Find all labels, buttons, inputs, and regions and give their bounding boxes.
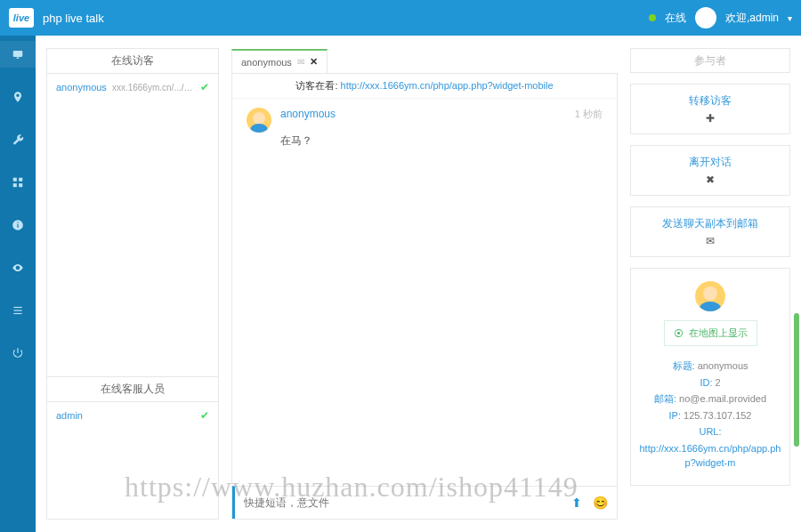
- info-url-link[interactable]: http://xxx.1666ym.cn/php/app.php?widget-…: [640, 443, 781, 469]
- status-text[interactable]: 在线: [665, 11, 686, 26]
- left-column: 在线访客 anonymous xxx.1666ym.cn/.../app... …: [46, 48, 219, 520]
- upload-icon[interactable]: ⬆: [571, 496, 582, 510]
- send-transcript-label: 发送聊天副本到邮箱: [638, 216, 782, 231]
- center-column: anonymous ✉ ✕ 访客在看: http://xxx.1666ym.cn…: [231, 48, 618, 520]
- topbar-right: 在线 欢迎,admin ▾: [649, 7, 792, 28]
- pin-icon: ⦿: [674, 328, 684, 339]
- logo: live: [9, 8, 34, 28]
- status-dot-icon: [649, 14, 656, 21]
- scrollbar[interactable]: [794, 313, 799, 447]
- info-id-val: 2: [716, 377, 721, 388]
- transfer-visitor-button[interactable]: 转移访客 ✚: [630, 84, 790, 134]
- info-url-key: URL:: [699, 426, 721, 437]
- chevron-down-icon[interactable]: ▾: [788, 13, 792, 23]
- visitor-viewing-label: 访客在看:: [295, 80, 337, 91]
- avatar-icon: [247, 108, 271, 133]
- svg-rect-1: [13, 178, 17, 181]
- transfer-label: 转移访客: [638, 93, 782, 109]
- svg-rect-8: [13, 307, 21, 308]
- agent-name: admin: [56, 410, 83, 421]
- main-area: 在线访客 anonymous xxx.1666ym.cn/.../app... …: [36, 36, 801, 532]
- nav-wrench-icon[interactable]: [0, 126, 36, 153]
- chat-header: 访客在看: http://xxx.1666ym.cn/php/app.php?w…: [232, 74, 617, 99]
- nav-eye-icon[interactable]: [0, 254, 36, 281]
- online-agents-header: 在线客服人员: [47, 377, 218, 402]
- online-visitors-header: 在线访客: [47, 49, 218, 74]
- visitor-url: xxx.1666ym.cn/.../app...: [112, 83, 195, 93]
- info-ip-val: 125.73.107.152: [684, 410, 751, 421]
- nav-grid-icon[interactable]: [0, 169, 36, 196]
- visitor-info-card: ⦿ 在地图上显示 标题: anonymous ID: 2 邮箱: no@e.ma…: [630, 268, 790, 486]
- envelope-icon: ✉: [638, 235, 782, 247]
- leave-conversation-button[interactable]: 离开对话 ✖: [630, 145, 790, 196]
- visitor-avatar-icon: [695, 281, 725, 311]
- user-avatar-icon[interactable]: [695, 7, 716, 28]
- nav-location-icon[interactable]: [0, 84, 36, 110]
- map-btn-label: 在地图上显示: [689, 326, 748, 340]
- sidebar: [0, 36, 36, 532]
- message-time: 1 秒前: [575, 108, 603, 121]
- close-icon[interactable]: ✕: [310, 56, 318, 68]
- check-icon: ✔: [200, 81, 209, 93]
- nav-chat-icon[interactable]: [0, 41, 36, 68]
- chat-tab-label: anonymous: [241, 57, 292, 68]
- chat-box: 访客在看: http://xxx.1666ym.cn/php/app.php?w…: [231, 73, 618, 520]
- participants-header: 参与者: [630, 48, 790, 73]
- visitor-name: anonymous: [56, 82, 107, 93]
- show-on-map-button[interactable]: ⦿ 在地图上显示: [664, 320, 757, 346]
- agent-row[interactable]: admin ✔: [47, 402, 218, 429]
- svg-rect-10: [13, 313, 21, 314]
- message-text: 在马？: [280, 133, 603, 149]
- info-title-val: anonymous: [698, 360, 748, 371]
- app-title: php live talk: [43, 12, 104, 25]
- svg-rect-7: [17, 222, 18, 223]
- info-id-key: ID:: [700, 377, 712, 388]
- message-sender: anonymous: [280, 108, 336, 121]
- welcome-text: 欢迎,admin: [725, 11, 779, 26]
- chat-tabs: anonymous ✉ ✕: [231, 48, 618, 73]
- check-icon: ✔: [200, 409, 209, 422]
- message-row: anonymous 1 秒前 在马？: [247, 108, 603, 149]
- info-title-key: 标题:: [673, 360, 695, 371]
- message-input[interactable]: [244, 496, 571, 509]
- chat-tab[interactable]: anonymous ✉ ✕: [231, 49, 328, 73]
- envelope-icon: ✉: [297, 57, 304, 67]
- topbar: live php live talk 在线 欢迎,admin ▾: [0, 0, 801, 36]
- plus-icon: ✚: [638, 112, 782, 125]
- svg-rect-6: [17, 224, 18, 228]
- svg-rect-2: [19, 178, 22, 181]
- svg-rect-4: [19, 183, 22, 187]
- emoji-icon[interactable]: 😊: [593, 496, 608, 510]
- visitor-row[interactable]: anonymous xxx.1666ym.cn/.../app... ✔: [47, 74, 218, 101]
- info-email-key: 邮箱:: [654, 393, 676, 404]
- online-visitors-panel: 在线访客 anonymous xxx.1666ym.cn/.../app... …: [47, 49, 218, 376]
- leave-label: 离开对话: [638, 155, 782, 170]
- svg-rect-0: [13, 51, 23, 57]
- right-column: 参与者 转移访客 ✚ 离开对话 ✖ 发送聊天副本到邮箱 ✉ ⦿ 在地图上显示 标…: [630, 48, 790, 520]
- nav-info-icon[interactable]: [0, 212, 36, 238]
- svg-rect-3: [13, 183, 17, 187]
- online-agents-panel: 在线客服人员 admin ✔: [47, 376, 218, 519]
- nav-power-icon[interactable]: [0, 340, 36, 367]
- send-transcript-button[interactable]: 发送聊天副本到邮箱 ✉: [630, 206, 790, 257]
- info-email-val: no@e.mail.provided: [679, 393, 766, 404]
- chat-body: anonymous 1 秒前 在马？: [232, 99, 617, 486]
- nav-list-icon[interactable]: [0, 297, 36, 324]
- visitor-viewing-link[interactable]: http://xxx.1666ym.cn/php/app.php?widget-…: [341, 80, 554, 91]
- info-ip-key: IP:: [669, 410, 681, 421]
- input-area: ⬆ 😊: [232, 486, 617, 519]
- svg-rect-9: [13, 310, 21, 310]
- close-icon: ✖: [638, 173, 782, 186]
